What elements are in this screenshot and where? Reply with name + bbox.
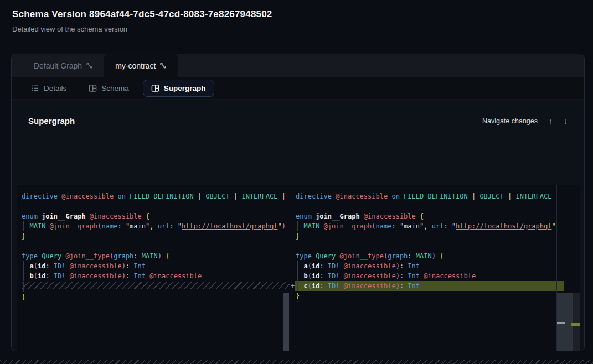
indent-guide bbox=[23, 282, 24, 292]
diff-pane-modified[interactable]: directive @inaccessible on FIELD_DEFINIT… bbox=[290, 185, 556, 351]
tab-label: my-contract bbox=[115, 61, 156, 70]
diff-pane-divider bbox=[290, 185, 290, 351]
variant-icon bbox=[86, 62, 93, 69]
subtab-details[interactable]: Details bbox=[23, 80, 75, 97]
code-line bbox=[296, 201, 556, 211]
code-line: enum join__Graph @inaccessible { bbox=[296, 211, 556, 221]
code-line: b(id: ID! @inaccessible): Int @inaccessi… bbox=[22, 271, 290, 281]
indent-guide bbox=[297, 271, 298, 281]
code-line: MAIN @join__graph(name: "main", url: "ht… bbox=[296, 221, 556, 231]
diff-add-marker: + bbox=[291, 282, 296, 292]
diff-editor: directive @inaccessible on FIELD_DEFINIT… bbox=[17, 185, 580, 351]
schema-version-card: Default Graphmy-contract DetailsSchemaSu… bbox=[11, 54, 585, 351]
diff-placeholder-line bbox=[22, 282, 290, 292]
page-header: Schema Version 8964af44-7dc5-47cd-8083-7… bbox=[12, 9, 272, 33]
previous-change-button[interactable]: ↑ bbox=[549, 117, 553, 125]
indent-guide bbox=[297, 261, 298, 271]
code-line bbox=[22, 201, 290, 211]
code-line: type Query @join__type(graph: MAIN) { bbox=[296, 251, 556, 261]
view-subtab-row: DetailsSchemaSupergraph bbox=[12, 77, 584, 100]
panels-icon bbox=[89, 84, 97, 92]
code-line: } bbox=[296, 231, 556, 241]
page-subtitle: Detailed view of the schema version bbox=[12, 25, 272, 33]
diff-hatch-pattern bbox=[22, 282, 290, 289]
bottom-hatch-strip bbox=[0, 360, 593, 364]
subtab-label: Supergraph bbox=[164, 84, 206, 92]
list-icon bbox=[31, 84, 39, 92]
navigate-changes-label: Navigate changes bbox=[482, 117, 538, 125]
indent-guide bbox=[23, 261, 24, 271]
tab-my-contract[interactable]: my-contract bbox=[104, 54, 178, 77]
subtab-supergraph[interactable]: Supergraph bbox=[143, 80, 214, 97]
code-line: type Query @join__type(graph: MAIN) { bbox=[22, 251, 290, 261]
left-scrollbar-thumb[interactable] bbox=[283, 293, 289, 351]
overview-ruler[interactable] bbox=[573, 293, 580, 351]
section-title: Supergraph bbox=[28, 116, 75, 126]
panels-icon bbox=[151, 84, 159, 92]
code-line bbox=[296, 241, 556, 251]
section-header: Supergraph Navigate changes ↑ ↓ bbox=[28, 116, 568, 126]
page-title: Schema Version 8964af44-7dc5-47cd-8083-7… bbox=[12, 9, 272, 20]
code-line: a(id: ID! @inaccessible): Int bbox=[22, 261, 290, 271]
code-line: directive @inaccessible on FIELD_DEFINIT… bbox=[296, 191, 556, 201]
tab-default-graph[interactable]: Default Graph bbox=[23, 54, 104, 77]
supergraph-panel: Supergraph Navigate changes ↑ ↓ directiv… bbox=[12, 100, 584, 351]
overview-added-marker bbox=[571, 323, 580, 326]
subtab-schema[interactable]: Schema bbox=[80, 80, 137, 97]
diff-pane-original[interactable]: directive @inaccessible on FIELD_DEFINIT… bbox=[17, 185, 290, 351]
code-line: c(id: ID! @inaccessible): Int bbox=[296, 281, 556, 291]
indent-guide bbox=[297, 281, 298, 291]
next-change-button[interactable]: ↓ bbox=[564, 117, 568, 125]
code-line: MAIN @join__graph(name: "main", url: "ht… bbox=[22, 221, 290, 231]
code-line: b(id: ID! @inaccessible): Int @inaccessi… bbox=[296, 271, 556, 281]
indent-guide bbox=[23, 221, 24, 231]
tab-label: Default Graph bbox=[34, 61, 82, 70]
overview-position-marker bbox=[557, 322, 565, 324]
code-line: } bbox=[22, 231, 290, 241]
code-line: } bbox=[296, 291, 556, 301]
code-line bbox=[22, 241, 290, 251]
navigate-changes: Navigate changes ↑ ↓ bbox=[482, 117, 568, 125]
code-line: } bbox=[22, 292, 290, 302]
code-line: a(id: ID! @inaccessible): Int bbox=[296, 261, 556, 271]
graph-tab-strip: Default Graphmy-contract bbox=[12, 54, 584, 77]
subtab-label: Schema bbox=[101, 84, 129, 92]
indent-guide bbox=[23, 271, 24, 281]
variant-icon bbox=[159, 62, 167, 69]
indent-guide bbox=[297, 221, 298, 231]
code-line: directive @inaccessible on FIELD_DEFINIT… bbox=[22, 191, 290, 201]
subtab-label: Details bbox=[44, 84, 66, 92]
code-line: enum join__Graph @inaccessible { bbox=[22, 211, 290, 221]
